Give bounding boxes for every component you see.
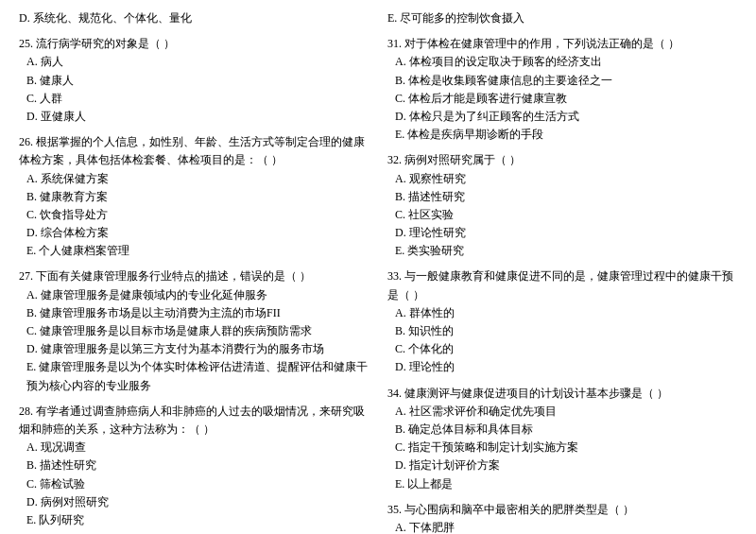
option: A. 下体肥胖 [387, 519, 737, 534]
option: A. 体检项目的设定取决于顾客的经济支出 [387, 53, 737, 71]
option: B. 知识性的 [387, 322, 737, 340]
option: A. 病人 [19, 53, 369, 71]
question-block: 25. 流行病学研究的对象是（ ）A. 病人B. 健康人C. 人群D. 亚健康人 [19, 35, 369, 126]
question-title: 33. 与一般健康教育和健康促进不同的是，健康管理过程中的健康干预是（ ） [387, 267, 737, 303]
question-title: 26. 根据掌握的个人信息，如性别、年龄、生活方式等制定合理的健康体检方案，具体… [19, 133, 369, 169]
question-block: 26. 根据掌握的个人信息，如性别、年龄、生活方式等制定合理的健康体检方案，具体… [19, 133, 369, 260]
option: B. 健康人 [19, 72, 369, 90]
option: B. 体检是收集顾客健康信息的主要途径之一 [387, 72, 737, 90]
option: C. 指定干预策略和制定计划实施方案 [387, 439, 737, 456]
question-title: 31. 对于体检在健康管理中的作用，下列说法正确的是（ ） [387, 35, 737, 53]
right-column: E. 尽可能多的控制饮食摄入31. 对于体检在健康管理中的作用，下列说法正确的是… [387, 9, 737, 534]
left-column: D. 系统化、规范化、个体化、量化25. 流行病学研究的对象是（ ）A. 病人B… [19, 9, 369, 534]
option: E. 以上都是 [387, 475, 737, 493]
question-block: 32. 病例对照研究属于（ ）A. 观察性研究B. 描述性研究C. 社区实验D.… [387, 151, 737, 260]
option: B. 描述性研究 [387, 188, 737, 206]
question-block: 34. 健康测评与健康促进项目的计划设计基本步骤是（ ）A. 社区需求评价和确定… [387, 385, 737, 493]
option: E. 健康管理服务是以为个体实时体检评估进清道、提醒评估和健康干预为核心内容的专… [19, 358, 369, 394]
option: C. 健康管理服务是以目标市场是健康人群的疾病预防需求 [19, 322, 369, 340]
option: B. 确定总体目标和具体目标 [387, 421, 737, 439]
option: D. 病例对照研究 [19, 493, 369, 511]
option: D. 亚健康人 [19, 108, 369, 126]
option: C. 体检后才能是顾客进行健康宣教 [387, 90, 737, 108]
question-block: 33. 与一般健康教育和健康促进不同的是，健康管理过程中的健康干预是（ ）A. … [387, 267, 737, 376]
option: A. 社区需求评价和确定优先项目 [387, 403, 737, 421]
option: A. 群体性的 [387, 304, 737, 322]
option: E. 队列研究 [19, 511, 369, 529]
option: C. 社区实验 [387, 206, 737, 224]
question-title: 34. 健康测评与健康促进项目的计划设计基本步骤是（ ） [387, 385, 737, 403]
option: C. 筛检试验 [19, 475, 369, 493]
option: D. 理论性研究 [387, 224, 737, 242]
option: E. 体检是疾病早期诊断的手段 [387, 126, 737, 144]
option: A. 系统保健方案 [19, 170, 369, 188]
question-block: E. 尽可能多的控制饮食摄入 [387, 9, 737, 27]
option: E. 个人健康档案管理 [19, 242, 369, 260]
option: C. 人群 [19, 90, 369, 108]
question-title: 35. 与心围病和脑卒中最密相关的肥胖类型是（ ） [387, 501, 737, 519]
question-title: 28. 有学者通过调查肺癌病人和非肺癌的人过去的吸烟情况，来研究吸烟和肺癌的关系… [19, 403, 369, 439]
option: D. 健康管理服务是以第三方支付为基本消费行为的服务市场 [19, 340, 369, 358]
option: D. 体检只是为了纠正顾客的生活方式 [387, 108, 737, 126]
question-block: 28. 有学者通过调查肺癌病人和非肺癌的人过去的吸烟情况，来研究吸烟和肺癌的关系… [19, 403, 369, 529]
option: C. 个体化的 [387, 340, 737, 358]
option: D. 指定计划评价方案 [387, 456, 737, 474]
option: B. 健康教育方案 [19, 188, 369, 206]
question-block: 31. 对于体检在健康管理中的作用，下列说法正确的是（ ）A. 体检项目的设定取… [387, 35, 737, 144]
option: D. 综合体检方案 [19, 224, 369, 242]
question-title: D. 系统化、规范化、个体化、量化 [19, 9, 369, 27]
option: A. 观察性研究 [387, 170, 737, 188]
question-title: E. 尽可能多的控制饮食摄入 [387, 9, 737, 27]
option: A. 现况调查 [19, 439, 369, 456]
question-title: 32. 病例对照研究属于（ ） [387, 151, 737, 169]
option: A. 健康管理服务是健康领域内的专业化延伸服务 [19, 286, 369, 304]
question-block: 27. 下面有关健康管理服务行业特点的描述，错误的是（ ）A. 健康管理服务是健… [19, 267, 369, 394]
option: E. 类实验研究 [387, 242, 737, 260]
question-block: 35. 与心围病和脑卒中最密相关的肥胖类型是（ ）A. 下体肥胖B. 单纯性肥胖… [387, 501, 737, 534]
option: B. 健康管理服务市场是以主动消费为主流的市场FII [19, 304, 369, 322]
option: C. 饮食指导处方 [19, 206, 369, 224]
page-container: D. 系统化、规范化、个体化、量化25. 流行病学研究的对象是（ ）A. 病人B… [19, 9, 737, 534]
question-title: 25. 流行病学研究的对象是（ ） [19, 35, 369, 53]
question-block: D. 系统化、规范化、个体化、量化 [19, 9, 369, 27]
option: B. 描述性研究 [19, 456, 369, 474]
columns-layout: D. 系统化、规范化、个体化、量化25. 流行病学研究的对象是（ ）A. 病人B… [19, 9, 737, 534]
question-title: 27. 下面有关健康管理服务行业特点的描述，错误的是（ ） [19, 267, 369, 285]
option: D. 理论性的 [387, 358, 737, 376]
